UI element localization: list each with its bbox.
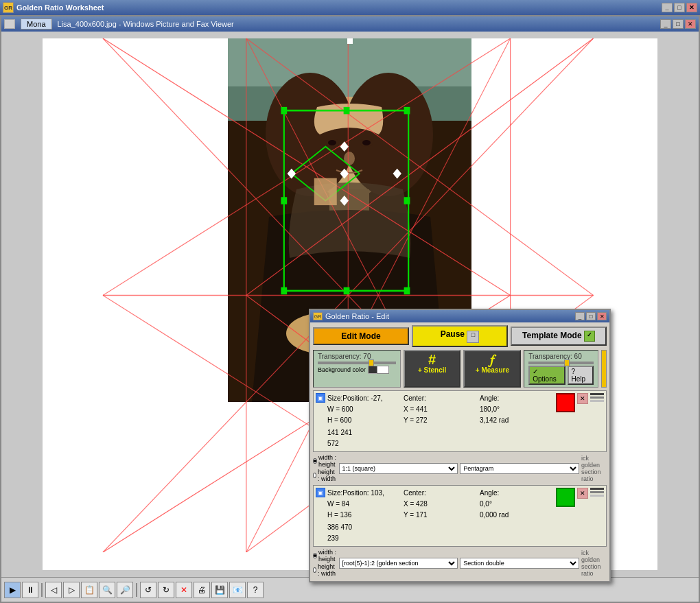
transparency-slider-left[interactable] [318,362,396,364]
edit-panel-controls: _ □ ✕ [575,312,607,320]
minimize-button[interactable]: _ [662,3,673,12]
edit-panel-close[interactable]: ✕ [597,312,607,320]
toolbar-back[interactable]: ◁ [45,582,62,598]
section1-center: Center: X = 441 Y = 272 [404,393,478,426]
transparency-right-label: Transparency: 60 [528,353,594,360]
toolbar-help[interactable]: ? [247,582,264,598]
measure-button[interactable]: 𝑓 + Measure [463,350,521,388]
toolbar-delete[interactable]: ✕ [176,582,192,598]
toolbar-zoom-out[interactable]: 🔎 [117,582,133,598]
viewer-minimize[interactable]: _ [660,19,671,29]
s2-angle-label: Angle: [480,488,554,499]
s2-radio-hw[interactable] [313,567,316,573]
bg-color-label: Background color [318,366,366,373]
corner-br [652,540,657,545]
viewer-maximize[interactable]: □ [673,19,684,29]
toolbar-play[interactable]: ▶ [4,582,21,598]
line1 [590,393,604,395]
toolbar-copy[interactable]: 📋 [81,582,97,598]
s2-line1 [590,488,604,490]
toolbar-save[interactable]: 💾 [211,582,228,598]
help-button[interactable]: ? Help [568,366,594,385]
edit-panel-minimize[interactable]: _ [575,312,585,320]
viewer-close[interactable]: ✕ [685,19,696,29]
s2-hw-label: height : width [318,563,336,577]
template-label: Template Mode [522,331,581,340]
toolbar-email[interactable]: 📧 [229,582,246,598]
s1-cy: Y = 272 [404,415,478,426]
slider-thumb-left[interactable] [369,359,374,366]
toolbar-rotate-r[interactable]: ↻ [158,582,174,598]
toolbar-print[interactable]: 🖨 [194,582,210,598]
s2-radio-wh[interactable] [313,553,317,558]
s1-pos-val: 141 241 [327,429,352,436]
toolbar-zoom-in[interactable]: 🔍 [99,582,115,598]
s2-cx: X = 428 [404,499,478,510]
yellow-sidebar [601,350,607,388]
section1-blue-icon: ▣ [316,393,325,403]
section2-center: Center: X = 428 Y = 171 [404,488,478,521]
edge-top [347,38,353,44]
slider-thumb-right[interactable] [564,359,570,366]
s1-radio-wh[interactable] [313,458,317,464]
stencil-button[interactable]: # + Stencil [404,350,461,388]
edge-left [43,302,48,307]
svg-point-14 [362,140,371,145]
template-mode-button[interactable]: Template Mode ✓ [511,327,607,346]
s2-ratio-row: width : height height : width [root(5)-1… [313,549,607,577]
s1-shape-select[interactable]: Pentagram [460,463,579,474]
viewer-icon [4,19,15,29]
corner-bl [43,540,48,545]
s1-ratio-select[interactable]: 1:1 (square) [339,463,458,474]
s2-shape-select[interactable]: Section double [460,558,579,569]
viewer-tab[interactable]: Mona [21,19,52,29]
close-button[interactable]: ✕ [686,3,697,12]
edit-panel-icon: GR [313,312,323,320]
s2-angle-rad: 0,000 rad [480,510,554,521]
line2 [590,397,604,399]
s2-color-block[interactable] [556,488,575,507]
toolbar-fwd[interactable]: ▷ [63,582,80,598]
transparency-right: Transparency: 60 ✓ Options ? Help [524,350,598,388]
options-button[interactable]: ✓ Options [528,366,565,385]
line3 [590,400,604,402]
section2-angle: Angle: 0,0° 0,000 rad [480,488,554,521]
s1-wh-label: width : height [318,454,337,468]
s1-color-block[interactable] [556,393,575,412]
s1-radio-hw[interactable] [313,473,316,478]
s1-angle-rad: 3,142 rad [480,415,554,426]
s2-w: W = 84 [327,499,401,510]
svg-point-7 [344,73,433,196]
s2-pos-val: 386 470 [327,523,352,531]
s2-cy: Y = 171 [404,510,478,521]
s1-hw-label: height : width [318,469,336,482]
transparency-slider-right[interactable] [528,362,594,364]
s1-ratio-wh: width : height [313,454,337,468]
viewer-title-bar: Mona Lisa_400x600.jpg - Windows Picture … [1,16,699,32]
s1-golden-label: ick golden section ratio [581,455,607,482]
toolbar-sep2 [136,583,137,597]
viewer-title-text: Lisa_400x600.jpg - Windows Picture and F… [58,20,234,28]
section1-left: Size:Position: -27, W = 600 H = 600 141 … [327,393,401,449]
s1-close[interactable]: ✕ [577,393,588,404]
toolbar-rotate-l[interactable]: ↺ [140,582,156,598]
s2-ratio-select[interactable]: [root(5)-1):2 (golden section [339,558,458,569]
edit-mode-button[interactable]: Edit Mode [313,327,409,345]
section2-icon: ▣ [316,488,325,497]
color-swatch-light[interactable] [377,366,389,374]
main-title-text: Golden Ratio Worksheet [16,3,104,12]
s2-close[interactable]: ✕ [577,488,588,499]
maximize-button[interactable]: □ [674,3,685,12]
s2-pos2: 239 [327,533,401,544]
edit-panel-maximize[interactable]: □ [586,312,596,320]
edge-right [652,302,657,307]
pause-indicator[interactable]: □ [467,331,479,343]
viewer-window-controls: _ □ ✕ [660,19,696,29]
transparency-left-label: Transparency: 70 [318,353,396,360]
toolbar-pause[interactable]: ⏸ [22,582,38,598]
s1-size: Size:Position: -27, [327,393,401,404]
measure-icon: 𝑓 [490,353,494,366]
s2-ratio-wh: width : height [313,549,337,563]
pause-button[interactable]: Pause □ [412,325,508,347]
s1-h: H = 600 [327,415,401,426]
